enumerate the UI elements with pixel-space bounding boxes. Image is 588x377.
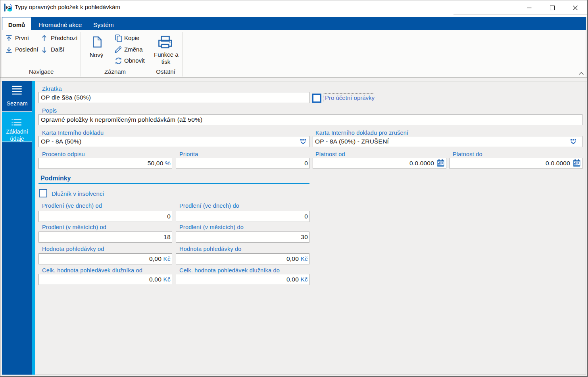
svg-text:K2: K2 — [6, 5, 11, 10]
